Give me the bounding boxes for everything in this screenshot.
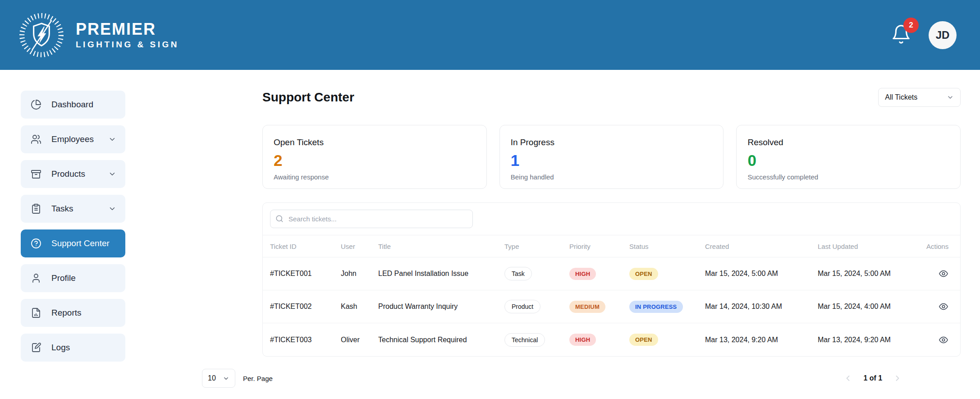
header-actions: 2 JD [891,21,957,49]
sidebar-item-label: Profile [51,273,76,283]
stat-card-open-tickets: Open Tickets 2 Awaiting response [262,125,487,189]
main-content: Support Center All Tickets Open Tickets … [144,70,980,388]
brand-name: PREMIER [76,20,179,38]
note-pen-icon [31,342,41,353]
brand-text: PREMIER LIGHTING & SIGN [76,20,179,50]
table-row: #TICKET001 John LED Panel Installation I… [263,257,960,290]
help-circle-icon [31,238,41,249]
user-avatar[interactable]: JD [929,21,957,49]
type-badge: Product [504,300,540,313]
type-badge: Technical [504,333,545,347]
sidebar-item-logs[interactable]: Logs [21,334,125,362]
sidebar-item-profile[interactable]: Profile [21,264,125,292]
archive-box-icon [31,169,41,179]
tickets-table-card: Ticket ID User Title Type Priority Statu… [262,202,961,357]
priority-badge: HIGH [569,268,596,280]
table-header-row: Ticket ID User Title Type Priority Statu… [263,235,960,257]
status-badge: OPEN [629,334,658,346]
stat-subtitle: Awaiting response [274,173,476,181]
cell-user: John [341,270,378,278]
notification-count-badge: 2 [903,18,919,33]
view-ticket-button[interactable] [939,269,948,279]
sidebar-item-label: Tasks [51,204,73,214]
type-badge: Task [504,267,532,280]
stat-value: 1 [511,152,713,170]
bell-icon [891,38,911,46]
sidebar-item-label: Logs [51,343,70,353]
brand: PREMIER LIGHTING & SIGN [18,12,179,59]
page-info: 1 of 1 [863,374,882,382]
per-page-select[interactable]: 10 [202,369,235,388]
cell-user: Kash [341,303,378,311]
cell-last-updated: Mar 15, 2024, 4:00 AM [818,303,926,311]
sidebar-item-label: Employees [51,134,94,144]
sidebar-item-products[interactable]: Products [21,160,125,188]
cell-created: Mar 14, 2024, 10:30 AM [705,303,818,311]
company-logo-icon [18,12,65,59]
user-icon [31,273,41,284]
clipboard-list-icon [31,203,41,214]
cell-title: Product Warranty Inquiry [378,303,504,311]
priority-badge: HIGH [569,334,596,346]
column-header-title: Title [378,243,504,250]
table-row: #TICKET003 Oliver Technical Support Requ… [263,323,960,356]
stats-row: Open Tickets 2 Awaiting response In Prog… [262,125,961,189]
pie-chart-icon [31,99,41,110]
sidebar-item-tasks[interactable]: Tasks [21,195,125,223]
pagination-row: 10 Per. Page 1 of 1 [202,369,902,388]
column-header-type: Type [504,243,569,250]
cell-ticket-id: #TICKET001 [270,270,341,278]
view-ticket-button[interactable] [939,335,948,345]
users-icon [31,134,41,145]
ticket-filter-dropdown[interactable]: All Tickets [878,88,961,107]
cell-created: Mar 15, 2024, 5:00 AM [705,270,818,278]
chevron-down-icon [947,94,954,101]
stat-value: 0 [747,152,949,170]
sidebar-item-dashboard[interactable]: Dashboard [21,91,125,119]
stat-label: Open Tickets [274,138,476,147]
stat-subtitle: Successfully completed [747,173,949,181]
column-header-priority: Priority [569,243,629,250]
column-header-status: Status [629,243,705,250]
status-badge: OPEN [629,268,658,280]
chevron-down-icon [108,205,116,213]
search-input[interactable] [270,210,473,228]
app-header: PREMIER LIGHTING & SIGN 2 JD [0,0,980,70]
cell-title: LED Panel Installation Issue [378,270,504,278]
sidebar-item-support-center[interactable]: Support Center [21,229,125,257]
sidebar-item-reports[interactable]: Reports [21,299,125,327]
sidebar-item-label: Dashboard [51,100,93,110]
column-header-actions: Actions [926,243,953,250]
column-header-user: User [341,243,378,250]
per-page-label: Per. Page [243,375,273,382]
ticket-filter-value: All Tickets [885,93,917,101]
view-ticket-button[interactable] [939,302,948,312]
cell-created: Mar 13, 2024, 9:20 AM [705,336,818,344]
per-page-value: 10 [208,374,216,382]
page-title: Support Center [262,90,354,105]
cell-title: Technical Support Required [378,336,504,344]
table-row: #TICKET002 Kash Product Warranty Inquiry… [263,290,960,323]
search-icon [275,215,284,225]
stat-subtitle: Being handled [511,173,713,181]
priority-badge: MEDIUM [569,301,605,313]
notifications-button[interactable]: 2 [891,24,911,46]
file-chart-icon [31,307,41,318]
chevron-down-icon [108,135,116,143]
stat-card-in-progress: In Progress 1 Being handled [499,125,724,189]
stat-label: Resolved [747,138,949,147]
page-layout: Dashboard Employees Products [0,70,980,388]
sidebar-item-label: Products [51,169,85,179]
stat-label: In Progress [511,138,713,147]
column-header-ticket-id: Ticket ID [270,243,341,250]
chevron-down-icon [223,375,229,382]
status-badge: IN PROGRESS [629,301,683,313]
sidebar-item-employees[interactable]: Employees [21,125,125,153]
sidebar-item-label: Support Center [51,238,110,248]
next-page-button[interactable] [893,374,902,383]
previous-page-button[interactable] [843,374,852,383]
cell-ticket-id: #TICKET002 [270,303,341,311]
cell-ticket-id: #TICKET003 [270,336,341,344]
chevron-down-icon [108,170,116,178]
stat-value: 2 [274,152,476,170]
